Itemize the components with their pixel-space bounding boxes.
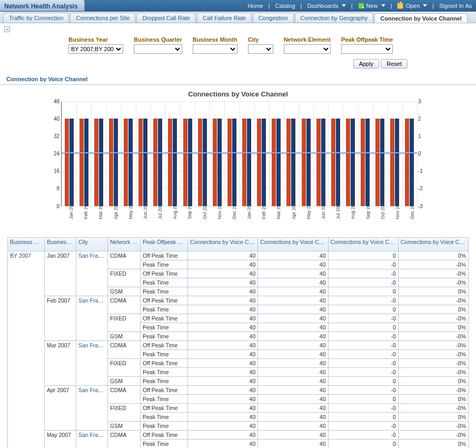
table-header[interactable]: Peak Offpeak Time bbox=[141, 237, 188, 251]
chart-y2tick: 2 bbox=[418, 115, 431, 121]
cell-network-element: GSM bbox=[108, 332, 141, 340]
cell-chg: 0 bbox=[328, 394, 398, 403]
signed-in-label: Signed In As bbox=[439, 3, 472, 9]
cell-pct: 0% bbox=[398, 305, 468, 314]
app-title: Network Health Analysis bbox=[0, 0, 85, 11]
prompt-business-year[interactable]: BY 2007;BY 200 bbox=[68, 44, 123, 54]
chevron-down-icon bbox=[381, 4, 385, 7]
cell-network-element: GSM bbox=[108, 376, 141, 385]
chart-bar bbox=[114, 119, 118, 206]
chart-bar bbox=[168, 119, 172, 206]
tab-dropped-call-rate[interactable]: Dropped Call Rate bbox=[136, 13, 196, 23]
cell-business-year[interactable]: BY 2007 bbox=[8, 251, 45, 448]
chart-bar bbox=[390, 119, 394, 206]
cell-conn-ly: 40 bbox=[258, 403, 328, 412]
tab-congestion[interactable]: Congestion bbox=[253, 13, 294, 23]
chart-bar bbox=[99, 119, 103, 206]
chart-bar-group bbox=[210, 101, 224, 206]
dashboard-tabstrip: Traffic by ConnectionConnections per Sit… bbox=[0, 12, 476, 23]
chart-bar-group bbox=[76, 101, 91, 206]
cell-chg: -0 bbox=[328, 421, 398, 430]
chart-y2tick: 0 bbox=[418, 151, 431, 157]
tab-call-failure-rate[interactable]: Call Failure Rate bbox=[197, 13, 252, 23]
tab-connections-per-site[interactable]: Connections per Site bbox=[70, 13, 135, 23]
cell-chg: 0 bbox=[328, 287, 398, 296]
chart-bar bbox=[213, 119, 217, 206]
prompt-network-element[interactable] bbox=[284, 44, 331, 54]
cell-peak: Peak Time bbox=[141, 421, 188, 430]
chart-bar bbox=[109, 119, 113, 206]
prompt-business-month[interactable] bbox=[193, 44, 237, 54]
link-new-label: New bbox=[366, 3, 378, 9]
table-header[interactable]: City bbox=[76, 237, 108, 251]
cell-pct: 0% bbox=[398, 323, 468, 332]
table-header[interactable]: Business Year bbox=[8, 237, 45, 251]
chart-y2tick: -3 bbox=[418, 203, 431, 209]
cell-conn: 40 bbox=[188, 340, 258, 349]
cell-city[interactable]: San Francisco bbox=[76, 340, 108, 385]
cell-chg: -0 bbox=[328, 314, 398, 323]
tab-connection-by-geography[interactable]: Connection by Geography bbox=[295, 13, 374, 23]
tab-traffic-by-connection[interactable]: Traffic by Connection bbox=[3, 13, 69, 23]
chart-bar-group bbox=[195, 101, 210, 206]
link-dashboards[interactable]: Dashboards bbox=[307, 3, 345, 9]
chart-bar bbox=[227, 119, 232, 206]
cell-conn: 40 bbox=[188, 394, 258, 403]
cell-business-month: Feb 2007 bbox=[45, 296, 76, 340]
cell-conn-ly: 40 bbox=[258, 367, 328, 376]
cell-conn: 40 bbox=[188, 269, 258, 278]
cell-peak: Peak Time bbox=[141, 332, 188, 340]
prompt-peak[interactable] bbox=[341, 44, 393, 54]
cell-business-month: Mar 2007 bbox=[45, 340, 76, 385]
link-new[interactable]: New bbox=[358, 3, 385, 9]
tab-connection-by-voice-channel[interactable]: Connection by Voice Channel bbox=[374, 13, 467, 23]
cell-conn-ly: 40 bbox=[258, 260, 328, 269]
cell-peak: Off Peak Time bbox=[141, 340, 188, 349]
cell-peak: Off Peak Time bbox=[141, 403, 188, 412]
chart-bar bbox=[143, 119, 147, 206]
link-catalog[interactable]: Catalog bbox=[275, 3, 295, 9]
cell-network-element: GSM bbox=[108, 287, 141, 296]
cell-pct: -0% bbox=[398, 385, 468, 394]
cell-conn: 40 bbox=[188, 349, 258, 358]
chart-bar-group bbox=[165, 101, 180, 206]
table-header[interactable]: Connections by Voice Channel Change LY bbox=[328, 237, 398, 251]
table-header[interactable]: Connections by Voice Channel bbox=[188, 237, 258, 251]
link-open[interactable]: Open bbox=[397, 3, 427, 9]
cell-pct: -0% bbox=[398, 358, 468, 367]
cell-conn-ly: 40 bbox=[258, 412, 328, 421]
chart-bar bbox=[395, 119, 399, 206]
cell-city[interactable]: San Francisco bbox=[76, 251, 108, 296]
chart-bar bbox=[380, 119, 384, 206]
cell-peak: Off Peak Time bbox=[141, 251, 188, 260]
table-header[interactable]: Business Month bbox=[45, 237, 76, 251]
cell-chg: 0 bbox=[328, 323, 398, 332]
cell-city[interactable]: San Francisco bbox=[76, 385, 108, 430]
table-header[interactable]: Connections by Voice Channel % Change LY bbox=[398, 237, 468, 251]
prompt-label-business-month: Business Month bbox=[193, 36, 237, 43]
chart-bar bbox=[351, 119, 355, 206]
prompt-business-quarter[interactable] bbox=[134, 44, 182, 54]
table-header[interactable]: Connections by Voice Channel LY bbox=[258, 237, 328, 251]
cell-city[interactable]: San Francisco bbox=[76, 430, 108, 448]
cell-conn-ly: 40 bbox=[258, 278, 328, 287]
apply-button[interactable]: Apply bbox=[353, 59, 380, 69]
cell-pct: -0% bbox=[398, 340, 468, 349]
prompt-city[interactable] bbox=[248, 44, 273, 54]
cell-conn: 40 bbox=[188, 287, 258, 296]
cell-pct: -0% bbox=[398, 430, 468, 439]
reset-button[interactable]: Reset bbox=[381, 59, 408, 69]
link-home[interactable]: Home bbox=[247, 3, 263, 9]
chart-bar-group bbox=[62, 101, 76, 206]
cell-peak: Peak Time bbox=[141, 349, 188, 358]
collapse-section-button[interactable]: – bbox=[4, 26, 10, 32]
chart-bar bbox=[262, 119, 266, 206]
chart-bar-group bbox=[388, 101, 402, 206]
cell-pct: 0% bbox=[398, 394, 468, 403]
cell-peak: Peak Time bbox=[141, 367, 188, 376]
cell-conn: 40 bbox=[188, 251, 258, 260]
cell-city[interactable]: San Francisco bbox=[76, 296, 108, 340]
cell-conn-ly: 40 bbox=[258, 296, 328, 305]
table-header[interactable]: Network Element bbox=[108, 237, 141, 251]
chart-ytick: 8 bbox=[46, 186, 60, 191]
